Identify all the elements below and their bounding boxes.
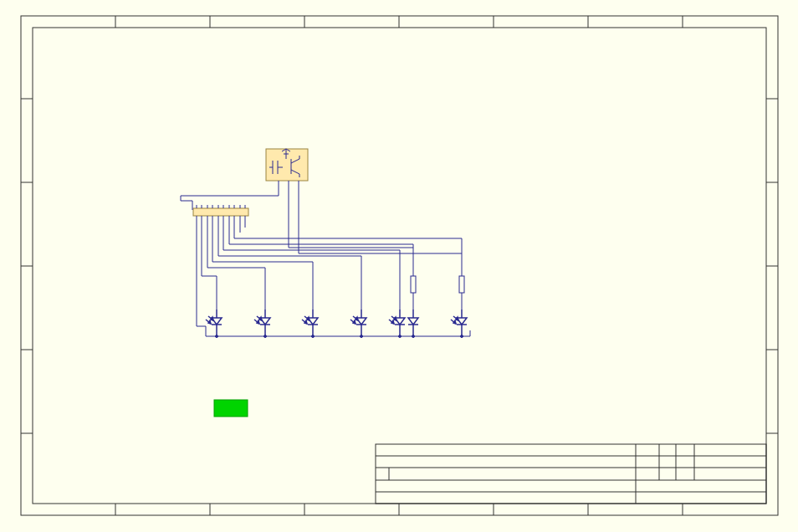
svg-marker-112 <box>353 320 356 324</box>
resistor-2[interactable] <box>459 253 464 309</box>
led-7[interactable] <box>451 309 467 336</box>
led-6[interactable] <box>408 309 418 336</box>
svg-marker-122 <box>408 318 418 325</box>
svg-rect-26 <box>376 444 766 504</box>
green-marker[interactable] <box>214 400 248 417</box>
schematic-sheet <box>0 0 798 532</box>
led-row <box>206 309 467 336</box>
pin-header[interactable] <box>193 205 248 220</box>
svg-point-136 <box>216 335 218 338</box>
led-1[interactable] <box>206 309 222 336</box>
svg-point-141 <box>412 335 415 338</box>
schematic-svg <box>0 0 798 532</box>
svg-marker-120 <box>391 320 394 324</box>
ic-wires <box>181 186 462 253</box>
svg-rect-75 <box>411 276 416 293</box>
svg-marker-88 <box>208 320 211 324</box>
svg-rect-53 <box>193 208 248 216</box>
svg-point-138 <box>312 335 315 338</box>
svg-point-140 <box>399 335 402 338</box>
svg-point-139 <box>361 335 363 338</box>
led-2[interactable] <box>254 309 270 336</box>
ic-component[interactable] <box>266 149 308 186</box>
ground-bus <box>206 326 470 338</box>
svg-marker-96 <box>257 320 259 324</box>
svg-rect-78 <box>459 276 464 293</box>
svg-marker-132 <box>453 320 456 324</box>
led-5[interactable] <box>389 309 405 336</box>
svg-point-142 <box>461 335 463 338</box>
fanout-wires <box>197 220 462 326</box>
svg-point-137 <box>264 335 267 338</box>
title-block <box>376 444 766 504</box>
led-4[interactable] <box>350 309 366 336</box>
resistor-1[interactable] <box>411 248 416 309</box>
svg-marker-104 <box>304 320 307 324</box>
led-3[interactable] <box>302 309 318 336</box>
